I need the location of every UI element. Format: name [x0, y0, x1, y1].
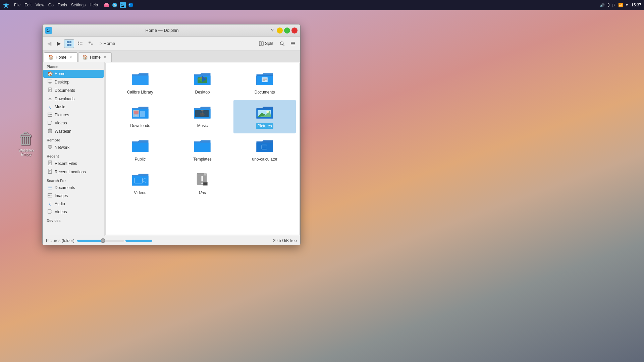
file-item-pictures[interactable]: Pictures: [233, 100, 296, 133]
sidebar-label-home: Home: [55, 71, 65, 76]
sidebar-item-pictures[interactable]: Pictures: [43, 111, 104, 119]
status-slider[interactable]: [77, 240, 271, 242]
calibre-folder-icon: [129, 70, 151, 88]
volume-icon[interactable]: 🔊: [600, 3, 605, 7]
sidebar-item-downloads[interactable]: Downloads: [43, 95, 104, 103]
file-item-videos[interactable]: Videos: [109, 167, 171, 200]
sidebar-item-home[interactable]: 🏠 Home: [43, 70, 104, 78]
uno-file-icon: [192, 170, 213, 189]
back-button[interactable]: ◀: [45, 39, 53, 48]
sidebar-label-pictures: Pictures: [55, 113, 69, 117]
sidebar-item-wastebin[interactable]: Wastebin: [43, 127, 104, 135]
sidebar-item-search-documents[interactable]: ☰ Documents: [43, 184, 104, 192]
file-item-public[interactable]: Public: [109, 133, 171, 167]
taskbar-app-icon-dolphin[interactable]: 🗂: [119, 2, 126, 8]
search-button[interactable]: [277, 40, 287, 48]
wifi-icon[interactable]: 📶: [618, 3, 623, 7]
tab-label-1: Home: [56, 55, 66, 60]
desktop-folder-icon: [192, 70, 213, 88]
taskbar-app-icon-1[interactable]: [103, 2, 110, 8]
tab-close-1[interactable]: ×: [68, 55, 73, 60]
svg-rect-66: [48, 210, 51, 214]
sidebar-label-recent-locations: Recent Locations: [55, 170, 86, 174]
menu-edit[interactable]: Edit: [24, 3, 32, 7]
breadcrumb-sep: >: [100, 41, 102, 46]
breadcrumb-current[interactable]: Home: [104, 41, 115, 46]
forward-button[interactable]: ▶: [55, 39, 63, 48]
wastebin-icon: 🗑: [18, 131, 34, 147]
sidebar-item-documents[interactable]: Documents: [43, 86, 104, 95]
folder-tree-button[interactable]: [86, 40, 96, 48]
bluetooth-icon[interactable]: ₿: [607, 3, 610, 7]
sidebar-item-search-audio[interactable]: ♫ Audio: [43, 200, 104, 208]
pictures-icon: [47, 112, 53, 118]
close-button[interactable]: ×: [291, 27, 298, 34]
slider-track[interactable]: [77, 240, 124, 242]
menu-help[interactable]: Help: [90, 3, 98, 7]
file-item-uno[interactable]: Uno: [171, 167, 234, 200]
menu-button[interactable]: [288, 40, 298, 48]
detail-view-button[interactable]: [75, 40, 85, 48]
sidebar-label-music: Music: [55, 105, 65, 109]
tab-home-2[interactable]: 🏠 Home ×: [78, 52, 112, 62]
file-item-desktop[interactable]: Desktop: [171, 66, 234, 100]
taskbar-app-icon-edge[interactable]: e: [127, 2, 134, 8]
slider-thumb[interactable]: [101, 238, 105, 243]
file-item-downloads[interactable]: Downloads: [109, 100, 171, 133]
tab-home-1[interactable]: 🏠 Home ×: [44, 52, 77, 62]
svg-rect-60: [48, 169, 52, 174]
recent-locations-icon: [47, 169, 53, 175]
file-item-documents[interactable]: Documents: [233, 66, 296, 100]
music-label: Music: [197, 123, 208, 128]
calibre-label: Calibre Library: [127, 90, 153, 95]
file-item-calibre[interactable]: Calibre Library: [109, 66, 171, 100]
network-icon: [47, 144, 53, 150]
menu-settings[interactable]: Settings: [71, 3, 86, 7]
svg-rect-79: [134, 111, 139, 115]
keyboard-layout[interactable]: pl: [612, 3, 615, 7]
file-item-music[interactable]: Music: [171, 100, 234, 133]
svg-rect-96: [204, 173, 207, 176]
svg-rect-14: [69, 44, 71, 46]
sidebar-item-music[interactable]: ♫ Music: [43, 103, 104, 111]
file-grid-container[interactable]: Calibre Library: [105, 63, 300, 235]
sidebar-item-videos[interactable]: Videos: [43, 119, 104, 127]
sidebar-label-documents: Documents: [55, 88, 75, 93]
slider-filled: [77, 240, 103, 242]
sidebar-item-desktop[interactable]: Desktop: [43, 78, 104, 86]
svg-rect-20: [80, 45, 82, 45]
search-images-icon: [47, 193, 53, 198]
sidebar-section-places: Places: [43, 62, 104, 70]
sidebar-item-search-images[interactable]: Images: [43, 192, 104, 200]
svg-rect-16: [80, 42, 83, 43]
taskbar-app-icon-2[interactable]: 📡: [111, 2, 118, 8]
music-folder-icon: [192, 103, 213, 122]
tab-close-2[interactable]: ×: [103, 55, 107, 60]
search-videos-icon: [47, 209, 53, 215]
sidebar-item-search-videos[interactable]: Videos: [43, 208, 104, 216]
sidebar-item-recent-locations[interactable]: Recent Locations: [43, 168, 104, 176]
split-button[interactable]: Split: [256, 40, 276, 47]
svg-rect-25: [259, 42, 261, 46]
file-item-templates[interactable]: Templates: [171, 133, 234, 167]
menu-go[interactable]: Go: [48, 3, 54, 7]
menu-file[interactable]: File: [14, 3, 20, 7]
help-button[interactable]: ?: [269, 27, 275, 34]
kde-menu-icon[interactable]: [3, 2, 9, 8]
svg-rect-97: [202, 176, 203, 182]
downloads-folder-icon: [129, 103, 151, 122]
network-dropdown-icon[interactable]: ▾: [626, 3, 628, 7]
wastebin-sidebar-icon: [47, 128, 53, 134]
desktop-wastebin[interactable]: 🗑 WastebinEmpty: [13, 131, 40, 156]
minimize-button[interactable]: _: [277, 27, 283, 34]
downloads-icon: [47, 96, 53, 102]
sidebar-item-network[interactable]: Network: [43, 143, 104, 152]
maximize-button[interactable]: □: [284, 27, 290, 34]
menu-view[interactable]: View: [36, 3, 44, 7]
svg-text:🗂: 🗂: [46, 28, 50, 33]
sidebar-item-recent-files[interactable]: Recent Files: [43, 159, 104, 168]
svg-rect-13: [67, 44, 69, 46]
icon-view-button[interactable]: [64, 39, 74, 48]
file-item-uno-calculator[interactable]: uno-calculator: [233, 133, 296, 167]
menu-tools[interactable]: Tools: [58, 3, 67, 7]
